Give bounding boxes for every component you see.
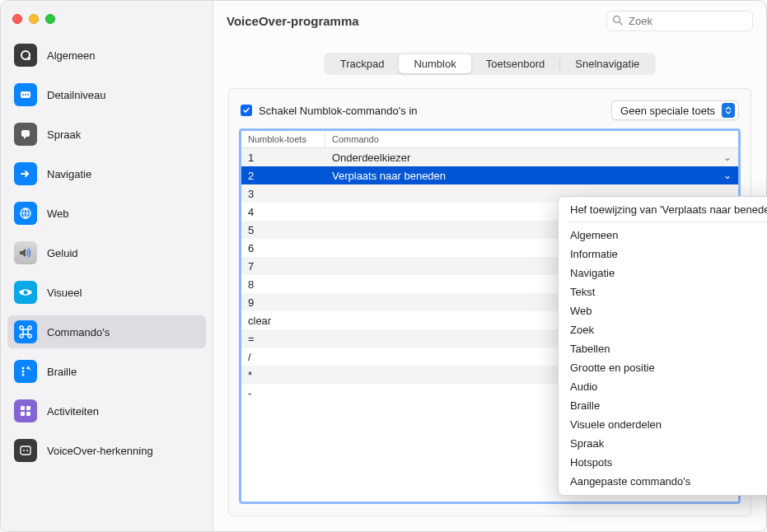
search-field[interactable] <box>606 11 753 31</box>
cell-key: 9 <box>241 296 325 309</box>
sidebar-item-algemeen[interactable]: Algemeen <box>7 39 206 72</box>
sidebar-item-label: Web <box>47 208 69 220</box>
col-key[interactable]: Numblok-toets <box>241 131 325 147</box>
close-window-button[interactable] <box>12 14 22 24</box>
detail-icon <box>14 83 37 106</box>
sidebar-item-activiteiten[interactable]: Activiteiten <box>7 394 206 427</box>
svg-point-12 <box>22 374 25 376</box>
window-controls <box>7 9 206 39</box>
dropdown-item-label: Zoek <box>570 324 594 336</box>
page-title: VoiceOver-programma <box>227 14 359 28</box>
dropdown-item-algemeen[interactable]: Algemeen› <box>559 226 767 245</box>
table-row[interactable]: 2 Verplaats naar beneden⌄ <box>241 166 738 184</box>
sidebar-item-visueel[interactable]: Visueel <box>7 276 206 309</box>
svg-rect-14 <box>26 406 30 410</box>
tab-numblok[interactable]: Numblok <box>399 54 470 73</box>
sidebar-item-braille[interactable]: Braille <box>7 355 206 388</box>
commands-icon <box>14 320 37 343</box>
cell-key: * <box>241 369 325 381</box>
svg-rect-6 <box>21 130 30 137</box>
cell-key: / <box>241 351 325 363</box>
cell-key: 2 <box>241 170 325 182</box>
dropdown-unassign[interactable]: Hef toewijzing van 'Verplaats naar bened… <box>559 201 767 218</box>
dropdown-item-audio[interactable]: Audio› <box>559 377 767 396</box>
tab-trackpad[interactable]: Trackpad <box>325 54 400 73</box>
sidebar-item-spraak[interactable]: Spraak <box>7 118 206 151</box>
dropdown-item-informatie[interactable]: Informatie› <box>559 245 767 264</box>
tab-snelnavigatie[interactable]: Snelnavigatie <box>560 54 654 73</box>
sidebar-item-detailniveau[interactable]: Detailniveau <box>7 78 206 111</box>
dropdown-item-navigatie[interactable]: Navigatie› <box>559 264 767 282</box>
modifier-select[interactable]: Geen speciale toets <box>611 100 739 120</box>
cell-cmd: Verplaats naar beneden <box>332 170 446 182</box>
sidebar-item-navigatie[interactable]: Navigatie <box>7 157 206 190</box>
dropdown-item-hotspots[interactable]: Hotspots› <box>559 453 767 472</box>
navigation-icon <box>14 162 37 185</box>
sidebar: Algemeen Detailniveau Spraak Navigatie W… <box>1 1 213 531</box>
cell-key: 4 <box>241 206 325 218</box>
dropdown-item-label: Aangepaste commando's <box>570 475 690 488</box>
sidebar-item-geluid[interactable]: Geluid <box>7 236 206 269</box>
dropdown-item-label: Visuele onderdelen <box>570 418 662 431</box>
dropdown-item-visuele-onderdelen[interactable]: Visuele onderdelen› <box>559 415 767 434</box>
dropdown-item-label: Audio <box>570 380 597 393</box>
sidebar-item-label: Detailniveau <box>47 89 106 101</box>
sidebar-item-commandos[interactable]: Commando's <box>7 315 206 348</box>
dropdown-item-label: Hotspots <box>570 456 612 469</box>
voiceover-recognition-icon <box>14 439 37 462</box>
svg-rect-15 <box>21 412 25 416</box>
tab-toetsenbord[interactable]: Toetsenbord <box>471 54 560 73</box>
header: VoiceOver-programma <box>213 1 766 38</box>
sidebar-item-label: Algemeen <box>47 49 96 62</box>
checkbox-checked-icon <box>241 105 252 116</box>
cell-key: 8 <box>241 278 325 291</box>
speech-icon <box>14 123 37 146</box>
chevron-down-icon[interactable]: ⌄ <box>723 170 732 181</box>
dropdown-item-braille[interactable]: Braille› <box>559 396 767 415</box>
dropdown-item-tekst[interactable]: Tekst› <box>559 282 767 301</box>
sidebar-item-voiceover-herkenning[interactable]: VoiceOver-herkenning <box>7 434 206 467</box>
cell-key: 6 <box>241 242 325 254</box>
sidebar-item-label: Navigatie <box>47 168 91 180</box>
minimize-window-button[interactable] <box>29 14 39 24</box>
col-command[interactable]: Commando <box>325 131 738 147</box>
svg-point-19 <box>26 450 28 451</box>
svg-rect-16 <box>26 412 30 416</box>
table-header: Numblok-toets Commando <box>241 131 738 148</box>
dropdown-item-label: Tabellen <box>570 343 610 355</box>
cell-key: = <box>241 333 325 345</box>
svg-point-4 <box>25 94 26 96</box>
dropdown-item-spraak[interactable]: Spraak› <box>559 434 767 453</box>
enable-numpad-checkbox[interactable]: Schakel Numblok-commando's in <box>241 105 418 117</box>
chevron-down-icon[interactable]: ⌄ <box>723 152 732 163</box>
dropdown-item-label: Tekst <box>570 286 595 298</box>
search-input[interactable] <box>606 11 753 31</box>
activities-icon <box>14 399 37 422</box>
main-panel: VoiceOver-programma Trackpad Numblok Toe… <box>213 1 766 531</box>
enable-numpad-label: Schakel Numblok-commando's in <box>259 105 418 117</box>
table-row[interactable]: 1 Onderdeelkiezer⌄ <box>241 148 738 166</box>
dropdown-item-zoek[interactable]: Zoek› <box>559 320 767 339</box>
braille-icon <box>14 360 37 383</box>
dropdown-item-aangepaste-commandos[interactable]: Aangepaste commando's› <box>559 472 767 491</box>
visual-icon <box>14 281 37 304</box>
svg-point-11 <box>22 371 25 373</box>
zoom-window-button[interactable] <box>45 14 55 24</box>
svg-point-9 <box>22 367 25 370</box>
sidebar-item-web[interactable]: Web <box>7 197 206 230</box>
svg-rect-13 <box>21 406 25 410</box>
svg-point-3 <box>22 94 24 96</box>
web-icon <box>14 202 37 225</box>
dropdown-item-grootte-positie[interactable]: Grootte en positie› <box>559 358 767 377</box>
dropdown-item-tabellen[interactable]: Tabellen› <box>559 339 767 358</box>
sound-icon <box>14 241 37 264</box>
search-icon <box>612 15 623 26</box>
cell-key: 5 <box>241 224 325 236</box>
sidebar-item-label: Commando's <box>47 326 110 338</box>
cell-key: 1 <box>241 152 325 164</box>
menu-separator <box>568 222 767 222</box>
dropdown-item-label: Informatie <box>570 248 618 260</box>
dropdown-item-web[interactable]: Web› <box>559 301 767 320</box>
command-dropdown-menu: Hef toewijzing van 'Verplaats naar bened… <box>558 196 767 496</box>
sidebar-item-label: Activiteiten <box>47 405 99 418</box>
